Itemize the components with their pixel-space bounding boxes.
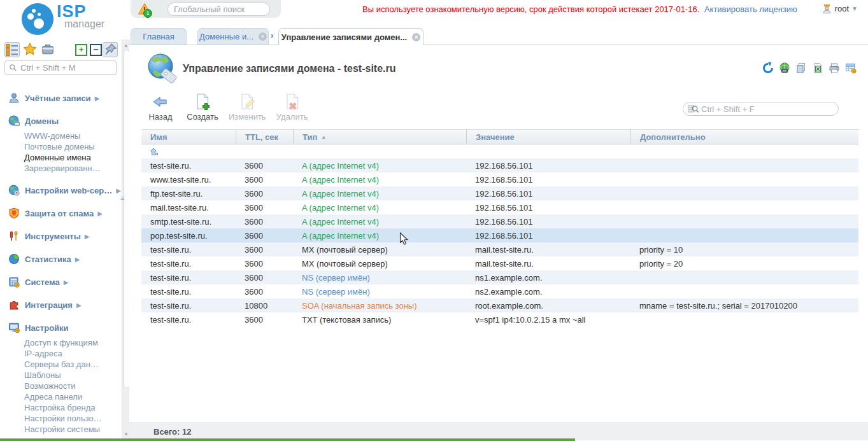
- collapse-all-icon[interactable]: −: [90, 44, 102, 56]
- sidebar-search-input[interactable]: Ctrl + Shift + M: [4, 60, 117, 75]
- table-row[interactable]: test-site.ru. 3600 MX (почтовый сервер) …: [141, 242, 858, 256]
- sidebar-menu-item[interactable]: Интеграция ▶: [0, 298, 122, 311]
- expand-all-icon[interactable]: +: [75, 44, 87, 56]
- cell-name: test-site.ru.: [141, 161, 236, 171]
- tasks-icon[interactable]: [41, 43, 54, 55]
- pin-icon[interactable]: [103, 42, 118, 57]
- sidebar-menu-item[interactable]: Настройки ▶: [0, 321, 122, 334]
- sidebar-menu-item[interactable]: Зарезервированн… ▶: [0, 163, 122, 174]
- sidebar-menu-item[interactable]: Настройки web-сер… ▶: [0, 184, 122, 197]
- cell-name: test-site.ru.: [141, 301, 236, 311]
- chevron-right-icon: ▶: [85, 233, 90, 240]
- cell-type: TXT (текстовая запись): [293, 315, 466, 325]
- tab-domain-names[interactable]: Доменные и...: [197, 28, 269, 45]
- table-row[interactable]: test-site.ru. 10800 SOA (начальная запис…: [141, 298, 858, 312]
- table-row[interactable]: smtp.test-site.ru. 3600 A (адрес Interne…: [141, 214, 858, 228]
- sidebar-menu-item[interactable]: WWW-домены ▶: [0, 130, 122, 141]
- column-header[interactable]: Значение ▲: [466, 130, 630, 144]
- toolbar-button-label: Создать: [187, 112, 218, 122]
- activate-license-link[interactable]: Активировать лицензию: [704, 4, 797, 14]
- column-header[interactable]: Тип ▲: [293, 130, 466, 144]
- column-header[interactable]: TTL, сек ▲: [236, 130, 293, 144]
- global-search-input[interactable]: Глобальный поиск: [167, 3, 270, 16]
- up-level-row[interactable]: [141, 144, 858, 158]
- cell-ttl: 3600: [236, 175, 293, 185]
- cell-extra: mname = test-site.ru.; serial = 20170102…: [630, 301, 858, 311]
- table-row[interactable]: test-site.ru. 3600 A (адрес Internet v4)…: [141, 158, 858, 172]
- sidebar-menu-item[interactable]: Настройка бренда ▶: [0, 402, 122, 413]
- sidebar-menu-item[interactable]: Шаблоны ▶: [0, 370, 122, 381]
- tab-home[interactable]: Главная: [131, 28, 187, 45]
- user-menu[interactable]: root ▼: [822, 3, 858, 14]
- cell-type: MX (почтовый сервер): [293, 259, 466, 269]
- tree-view-icon[interactable]: [4, 42, 20, 57]
- header-actions: [762, 62, 857, 74]
- table-row[interactable]: test-site.ru. 3600 NS (сервер имён) ns1.…: [141, 270, 858, 284]
- logo-circle-icon: [22, 3, 53, 35]
- stats-icon: [8, 253, 20, 265]
- cell-value: ns1.example.com.: [466, 273, 630, 283]
- sidebar-menu-item[interactable]: Настройки системы ▶: [0, 424, 122, 435]
- sidebar-menu-item[interactable]: Доменные имена ▶: [0, 152, 122, 163]
- favorites-icon[interactable]: [24, 43, 36, 55]
- excel-icon[interactable]: [812, 62, 823, 74]
- print-icon[interactable]: [829, 62, 840, 74]
- sidebar-menu-item[interactable]: IP-адреса ▶: [0, 348, 122, 359]
- table-row[interactable]: test-site.ru. 3600 NS (сервер имён) ns2.…: [141, 284, 858, 298]
- sidebar-menu: Учётные записи ▶ Домены ▶ WWW-домены ▶: [0, 81, 122, 435]
- sidebar-menu-item[interactable]: Серверы баз дан… ▶: [0, 359, 122, 370]
- integration-icon: [8, 299, 20, 311]
- table-row[interactable]: www.test-site.ru. 3600 A (адрес Internet…: [141, 172, 858, 186]
- sidebar-menu-item[interactable]: Доступ к функциям ▶: [0, 337, 122, 348]
- table-filter-input[interactable]: Ctrl + Shift + F: [683, 102, 839, 116]
- sidebar-menu-item[interactable]: Система ▶: [0, 276, 122, 288]
- tab-overflow-arrow[interactable]: ›: [271, 31, 273, 40]
- sidebar-menu-item[interactable]: Статистика ▶: [0, 253, 122, 265]
- isp-manager-logo: ISP manager: [22, 3, 104, 35]
- tab-domain-records[interactable]: Управление записями домен...: [278, 28, 423, 45]
- accounts-icon: [8, 92, 20, 104]
- table-row[interactable]: ftp.test-site.ru. 3600 A (адрес Internet…: [141, 186, 858, 200]
- cell-name: www.test-site.ru.: [141, 175, 236, 185]
- toolbar-button[interactable]: Удалить: [276, 92, 308, 122]
- up-level-icon[interactable]: [150, 146, 160, 157]
- toolbar-button-label: Удалить: [276, 112, 308, 122]
- sidebar-menu-item[interactable]: Домены ▶: [0, 115, 122, 127]
- sidebar-menu-item[interactable]: Защита от спама ▶: [0, 207, 122, 220]
- cell-value: root.example.com.: [466, 301, 630, 311]
- webserver-icon: [8, 185, 20, 196]
- table-row[interactable]: test-site.ru. 3600 MX (почтовый сервер) …: [141, 256, 858, 270]
- column-header[interactable]: Дополнительно ▲: [630, 130, 858, 144]
- table-row[interactable]: test-site.ru. 3600 TXT (текстовая запись…: [141, 312, 858, 326]
- copy-icon[interactable]: [795, 62, 807, 74]
- sidebar-menu-item[interactable]: Учётные записи ▶: [0, 92, 122, 104]
- table-row[interactable]: pop.test-site.ru. 3600 A (адрес Internet…: [141, 228, 858, 242]
- cell-type: A (адрес Internet v4): [293, 203, 466, 213]
- close-icon[interactable]: [259, 32, 267, 41]
- toolbar-button[interactable]: Назад: [145, 92, 176, 122]
- sidebar-menu-item[interactable]: Возможности ▶: [0, 381, 122, 391]
- cell-value: mail.test-site.ru.: [466, 245, 630, 255]
- sidebar-menu-item[interactable]: Настройки пользо… ▶: [0, 413, 122, 424]
- table-settings-icon[interactable]: [845, 62, 857, 74]
- chevron-right-icon: ▶: [97, 210, 103, 217]
- global-search-bar: 1 Глобальный поиск: [131, 0, 281, 18]
- toolbar-button[interactable]: Создать: [187, 92, 218, 122]
- notification-warning-icon[interactable]: 1: [138, 3, 152, 15]
- refresh-icon[interactable]: [762, 62, 774, 74]
- cell-name: test-site.ru.: [141, 245, 236, 255]
- toolbar-button[interactable]: Изменить: [229, 92, 266, 122]
- splitter-grip[interactable]: ≡: [120, 194, 124, 202]
- web-icon[interactable]: [779, 62, 790, 74]
- sidebar-menu-item[interactable]: Инструменты ▶: [0, 230, 122, 242]
- column-header[interactable]: Имя ▲: [141, 130, 236, 144]
- cell-ttl: 3600: [236, 203, 293, 213]
- sidebar-menu-item[interactable]: Почтовые домены ▶: [0, 141, 122, 152]
- cell-name: mail.test-site.ru.: [141, 203, 236, 213]
- table-row[interactable]: mail.test-site.ru. 3600 A (адрес Interne…: [141, 200, 858, 214]
- cell-value: mail.test-site.ru.: [466, 259, 630, 269]
- menu-item-label: Инструменты: [25, 232, 81, 241]
- sidebar-menu-item[interactable]: Адреса панели ▶: [0, 391, 122, 402]
- sidebar: ISP manager + − Ctrl + Shift + M Учётные…: [0, 0, 122, 441]
- close-icon[interactable]: [412, 33, 420, 41]
